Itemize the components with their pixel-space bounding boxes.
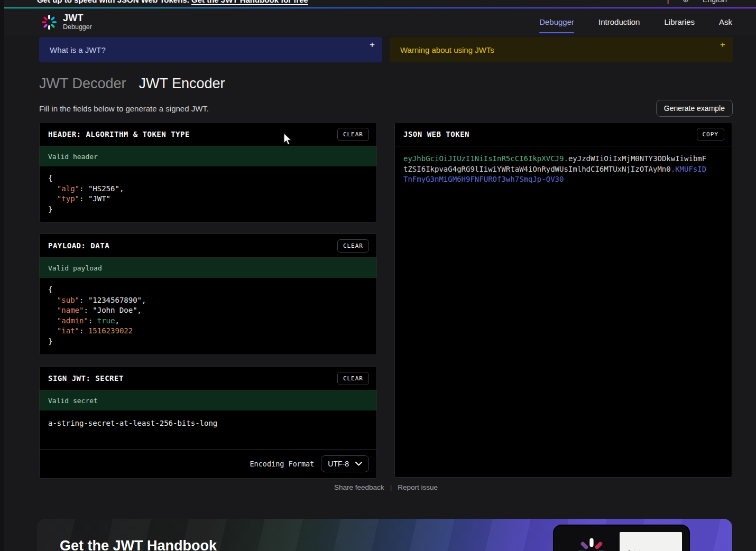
encoder-input-column: HEADER: ALGORITHM & TOKEN TYPE CLEAR Val… xyxy=(39,122,377,479)
token-card-title: JSON WEB TOKEN xyxy=(403,130,469,138)
secret-card-titlebar: SIGN JWT: SECRET CLEAR xyxy=(40,367,376,390)
top-promo-message: Get up to speed with JSON Web Tokens. xyxy=(37,0,191,4)
what-is-jwt-label: What is a JWT? xyxy=(50,45,106,54)
jwt-logo[interactable]: JWT Debugger xyxy=(41,13,92,31)
payload-status-text: Valid payload xyxy=(48,264,102,272)
payload-status-strip: Valid payload xyxy=(40,258,376,278)
jwt-warning-label: Warning about using JWTs xyxy=(400,45,494,54)
payload-json-editor[interactable]: { "sub": "1234567890", "name": "John Doe… xyxy=(40,278,376,355)
expand-info-icon[interactable]: + xyxy=(370,40,375,50)
handbook-tablet-image: Contents xyxy=(554,526,689,551)
feedback-divider: | xyxy=(390,483,392,491)
encoder-output-column: JSON WEB TOKEN COPY eyJhbGciOiJIUzI1NiIs… xyxy=(394,122,732,478)
json-web-token-card: JSON WEB TOKEN COPY eyJhbGciOiJIUzI1NiIs… xyxy=(394,122,732,478)
main-content: What is a JWT? + Warning about using JWT… xyxy=(4,35,756,551)
promo-heading: Get the JWT Handbook xyxy=(60,538,217,551)
jwt-logo-icon xyxy=(41,14,57,30)
top-promo-strip: Get up to speed with JSON Web Tokens. Ge… xyxy=(4,0,756,7)
expand-warning-icon[interactable]: + xyxy=(720,40,725,50)
secret-card-title: SIGN JWT: SECRET xyxy=(48,374,124,382)
generated-jwt-token[interactable]: eyJhbGciOiJIUzI1NiIsInR5cCI6IkpXVCJ9.eyJ… xyxy=(395,146,718,192)
page-title-row: JWT Decoder JWT Encoder xyxy=(39,76,733,92)
payload-clear-button[interactable]: CLEAR xyxy=(337,239,369,253)
header-json-editor[interactable]: { "alg": "HS256", "typ": "JWT"} xyxy=(40,166,376,222)
handbook-open-page: Contents xyxy=(620,532,682,551)
main-nav: JWT Debugger Debugger Introduction Libra… xyxy=(4,8,756,35)
header-status-strip: Valid header xyxy=(40,146,376,166)
header-card: HEADER: ALGORITHM & TOKEN TYPE CLEAR Val… xyxy=(39,122,377,222)
header-card-title: HEADER: ALGORITHM & TOKEN TYPE xyxy=(48,130,190,138)
nav-item-debugger[interactable]: Debugger xyxy=(539,17,574,26)
token-copy-button[interactable]: COPY xyxy=(697,128,725,141)
nav-items: Debugger Introduction Libraries Ask xyxy=(539,17,732,26)
chevron-down-icon xyxy=(355,462,362,466)
payload-card-titlebar: PAYLOAD: DATA CLEAR xyxy=(40,234,376,258)
nav-item-introduction[interactable]: Introduction xyxy=(598,17,640,26)
banner-row: What is a JWT? + Warning about using JWT… xyxy=(39,37,733,62)
logo-subtitle: Debugger xyxy=(63,23,92,31)
share-feedback-link[interactable]: Share feedback xyxy=(334,483,384,491)
secret-status-text: Valid secret xyxy=(48,397,98,405)
generate-example-button[interactable]: Generate example xyxy=(656,100,733,117)
jwt-warning-banner[interactable]: Warning about using JWTs + xyxy=(390,37,733,62)
encoding-format-label: Encoding Format xyxy=(250,460,314,468)
header-clear-button[interactable]: CLEAR xyxy=(337,128,369,141)
subtitle-row: Fill in the fields below to generate a s… xyxy=(39,100,733,117)
logo-text: JWT Debugger xyxy=(63,13,92,31)
logo-title: JWT xyxy=(63,13,92,23)
handbook-promo-banner[interactable]: Get the JWT Handbook Contents xyxy=(37,519,732,551)
encoding-format-row: Encoding Format UTF-8 xyxy=(40,449,376,478)
tab-jwt-encoder[interactable]: JWT Encoder xyxy=(139,76,225,92)
report-issue-link[interactable]: Report issue xyxy=(398,483,438,491)
top-strip-divider: | xyxy=(667,0,669,4)
nav-item-ask[interactable]: Ask xyxy=(719,17,732,26)
token-card-titlebar: JSON WEB TOKEN COPY xyxy=(395,123,732,146)
handbook-link[interactable]: Get the JWT Handbook for free xyxy=(191,0,308,4)
payload-card: PAYLOAD: DATA CLEAR Valid payload { "sub… xyxy=(39,234,377,355)
page-subtitle: Fill in the fields below to generate a s… xyxy=(39,104,209,113)
gradient-divider xyxy=(4,7,756,8)
header-status-text: Valid header xyxy=(48,153,98,161)
top-promo-text: Get up to speed with JSON Web Tokens. Ge… xyxy=(37,0,308,4)
language-selector[interactable]: English xyxy=(703,0,727,4)
globe-icon: ⊕ xyxy=(683,0,689,4)
secret-status-strip: Valid secret xyxy=(40,390,376,410)
secret-input[interactable]: a-string-secret-at-least-256-bits-long xyxy=(40,410,376,449)
payload-card-title: PAYLOAD: DATA xyxy=(48,241,109,250)
active-tab-underline xyxy=(539,32,574,33)
encoding-format-value: UTF-8 xyxy=(328,460,349,468)
what-is-jwt-banner[interactable]: What is a JWT? + xyxy=(39,37,382,62)
encoding-format-select[interactable]: UTF-8 xyxy=(321,455,369,472)
secret-card: SIGN JWT: SECRET CLEAR Valid secret a-st… xyxy=(39,366,377,479)
feedback-row: Share feedback | Report issue xyxy=(39,483,733,491)
window-left-edge xyxy=(0,0,4,551)
nav-item-libraries[interactable]: Libraries xyxy=(664,17,695,26)
header-card-titlebar: HEADER: ALGORITHM & TOKEN TYPE CLEAR xyxy=(40,123,376,146)
handbook-cover-logo-icon xyxy=(576,537,607,551)
tab-jwt-decoder[interactable]: JWT Decoder xyxy=(39,76,126,92)
secret-clear-button[interactable]: CLEAR xyxy=(337,372,369,385)
